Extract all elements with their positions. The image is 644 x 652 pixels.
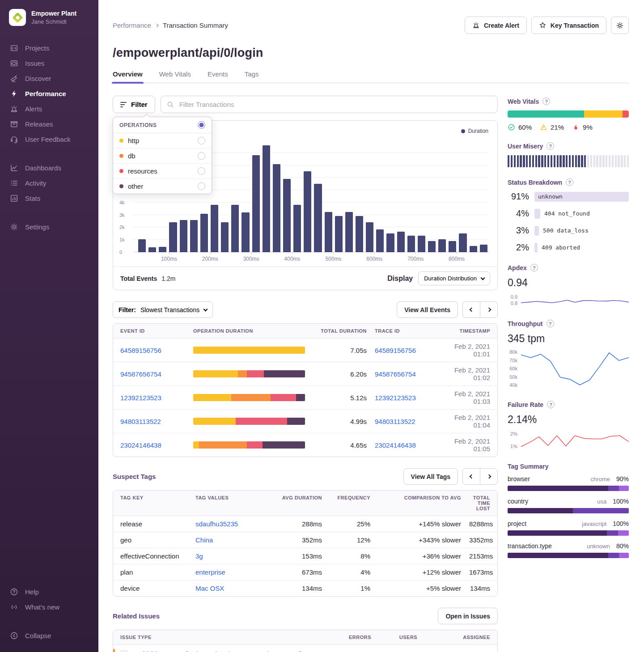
misery-tick bbox=[615, 155, 617, 167]
event-id-link[interactable]: 64589156756 bbox=[120, 347, 185, 354]
tab-overview[interactable]: Overview bbox=[113, 70, 143, 83]
web-vitals-bar bbox=[508, 110, 629, 118]
event-id-link[interactable]: 23024146438 bbox=[120, 441, 185, 449]
operations-dropdown: OPERATIONS httpdbresourcesother bbox=[113, 117, 212, 194]
sidebar-item-projects[interactable]: Projects bbox=[0, 40, 98, 55]
tag-key: country bbox=[508, 498, 528, 505]
apdex-title: Apdex bbox=[508, 264, 527, 271]
status-row: 4%404 not_found bbox=[508, 208, 629, 219]
help-circle-icon[interactable]: ? bbox=[547, 401, 555, 408]
tag-value-link[interactable]: China bbox=[195, 536, 269, 544]
failure-rate-section: Failure Rate ? 2.14% 2%1% bbox=[508, 401, 629, 452]
sidebar-item-performance[interactable]: Performance bbox=[0, 86, 98, 101]
histogram-bar bbox=[138, 239, 146, 252]
search-box bbox=[161, 96, 498, 113]
event-id-link[interactable]: 12392123523 bbox=[120, 394, 185, 402]
help-circle-icon[interactable]: ? bbox=[547, 320, 554, 327]
event-id-link[interactable]: 94803113522 bbox=[120, 418, 185, 425]
operation-radio-db[interactable] bbox=[198, 152, 205, 160]
prev-page-button[interactable] bbox=[462, 468, 480, 485]
trace-id-link[interactable]: 64589156756 bbox=[375, 347, 442, 354]
operation-radio-resources[interactable] bbox=[198, 167, 205, 175]
operations-dropdown-header[interactable]: OPERATIONS bbox=[113, 117, 212, 133]
operation-item-http[interactable]: http bbox=[113, 133, 212, 148]
sidebar-item-issues[interactable]: Issues bbox=[0, 55, 98, 71]
next-page-button[interactable] bbox=[480, 468, 498, 485]
sidebar-item-releases[interactable]: Releases bbox=[0, 116, 98, 131]
sidebar-item-alerts[interactable]: Alerts bbox=[0, 101, 98, 116]
tab-web-vitals[interactable]: Web Vitals bbox=[159, 70, 191, 83]
help-circle-icon[interactable]: ? bbox=[542, 97, 550, 105]
sidebar-item-label: What's new bbox=[25, 603, 59, 611]
operation-item-db[interactable]: db bbox=[113, 148, 212, 164]
issue-type-link[interactable]: ForbiddenError bbox=[132, 650, 181, 652]
sidebar-item-activity[interactable]: Activity bbox=[0, 175, 98, 191]
org-switcher[interactable]: Empower Plant Jane Schmidt bbox=[0, 9, 98, 26]
breadcrumb-performance[interactable]: Performance bbox=[113, 21, 151, 29]
operation-item-other[interactable]: other bbox=[113, 179, 212, 194]
operation-item-resources[interactable]: resources bbox=[113, 164, 212, 179]
tag-summary-head: projectjavascript100% bbox=[508, 520, 629, 527]
suspect-tags-toolbar-right: View All Tags bbox=[403, 468, 498, 485]
misery-tick bbox=[547, 155, 549, 167]
view-all-tags-button[interactable]: View All Tags bbox=[403, 468, 458, 485]
transaction-filter-select[interactable]: Filter: Slowest Transactions bbox=[113, 301, 213, 318]
key-transaction-button[interactable]: Key Transaction bbox=[531, 17, 606, 34]
sidebar-item-dashboards[interactable]: Dashboards bbox=[0, 160, 98, 175]
vitals-segment bbox=[508, 110, 584, 118]
right-rail: Web Vitals ? 60%21%9% User Misery ? Stat… bbox=[508, 96, 629, 652]
filter-toolbar: Filter bbox=[113, 96, 498, 113]
tag-value-link[interactable]: enterprise bbox=[195, 568, 269, 576]
releases-icon bbox=[9, 119, 18, 128]
trace-id-link[interactable]: 94587656754 bbox=[375, 370, 442, 378]
tag-bar-segment bbox=[508, 530, 607, 536]
next-page-button[interactable] bbox=[480, 301, 498, 318]
tag-value-link[interactable]: sdaufhu35235 bbox=[195, 520, 269, 528]
sidebar-item-user-feedback[interactable]: User Feedback bbox=[0, 131, 98, 147]
sidebar-item-settings[interactable]: Settings bbox=[0, 219, 98, 234]
operations-all-radio[interactable] bbox=[198, 121, 205, 129]
tag-summary-title: Tag Summary bbox=[508, 463, 549, 470]
create-alert-button[interactable]: Create Alert bbox=[465, 17, 527, 34]
y-tick-label: 60k bbox=[508, 366, 517, 371]
sidebar-item-discover[interactable]: Discover bbox=[0, 71, 98, 86]
help-circle-icon[interactable]: ? bbox=[530, 264, 538, 271]
sidebar-item-stats[interactable]: Stats bbox=[0, 191, 98, 206]
sidebar-nav: ProjectsIssuesDiscoverPerformanceAlertsR… bbox=[0, 40, 98, 643]
open-in-issues-button[interactable]: Open in Issues bbox=[438, 608, 498, 624]
failure_trend-line bbox=[521, 430, 629, 452]
y-tick-label: 40k bbox=[508, 382, 517, 388]
prev-page-button[interactable] bbox=[462, 301, 480, 318]
misery-tick bbox=[517, 155, 519, 167]
filter-button[interactable]: Filter bbox=[113, 96, 155, 113]
trace-id-link[interactable]: 12392123523 bbox=[375, 394, 442, 402]
tab-events[interactable]: Events bbox=[208, 70, 228, 83]
view-all-events-button[interactable]: View All Events bbox=[397, 301, 458, 318]
event-id-link[interactable]: 94587656754 bbox=[120, 370, 185, 378]
sidebar-item-whats-new[interactable]: What's new bbox=[0, 599, 98, 614]
tag-value-link[interactable]: 3g bbox=[195, 552, 269, 560]
trace-id-link[interactable]: 94803113522 bbox=[375, 418, 442, 425]
search-input[interactable] bbox=[178, 100, 491, 109]
sidebar-item-collapse[interactable]: Collapse bbox=[0, 628, 98, 643]
tab-tags[interactable]: Tags bbox=[245, 70, 259, 83]
help-circle-icon[interactable]: ? bbox=[566, 178, 573, 186]
sidebar-item-help[interactable]: Help bbox=[0, 584, 98, 599]
operation-radio-http[interactable] bbox=[198, 137, 205, 144]
discover-icon bbox=[9, 74, 18, 83]
db-segment bbox=[199, 441, 247, 449]
display-select[interactable]: Duration Distribution bbox=[418, 271, 490, 285]
help-circle-icon[interactable]: ? bbox=[547, 142, 554, 150]
operations-items: httpdbresourcesother bbox=[113, 133, 212, 194]
trace-id-link[interactable]: 23024146438 bbox=[375, 441, 442, 449]
tag-value-link[interactable]: Mac OSX bbox=[195, 584, 269, 592]
sidebar-item-label: Dashboards bbox=[25, 164, 61, 172]
histogram-bar bbox=[169, 222, 177, 252]
settings-gear-button[interactable] bbox=[611, 17, 629, 34]
vitals-stat-value: 21% bbox=[551, 123, 564, 131]
issue-checkbox[interactable] bbox=[120, 651, 127, 652]
column-header: TAG KEY bbox=[120, 495, 187, 511]
column-header: TRACE ID bbox=[375, 328, 442, 334]
misery-tick bbox=[532, 155, 534, 167]
operation-radio-other[interactable] bbox=[198, 182, 205, 190]
